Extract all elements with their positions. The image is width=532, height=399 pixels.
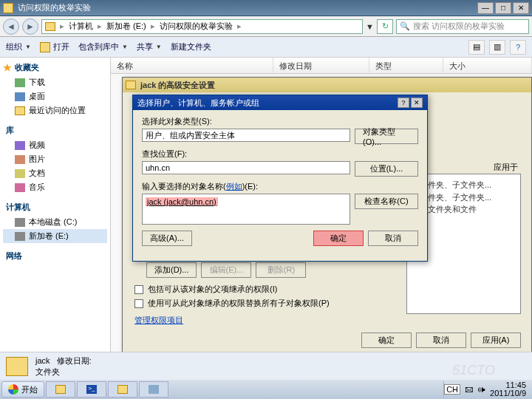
- nav-local-disk-c[interactable]: 本地磁盘 (C:): [3, 215, 107, 229]
- window-title: 访问权限的枚举实验: [18, 2, 91, 13]
- navigation-pane: ★收藏夹 下载 桌面 最近访问的位置 库 视频 图片 文档 音乐 计算机 本地磁…: [0, 58, 111, 361]
- crumb-computer[interactable]: 计算机: [69, 21, 93, 32]
- delete-button: 删除(R): [256, 262, 306, 278]
- details-pane: jack 修改日期: 文件夹: [0, 352, 532, 380]
- applies-to-header: 应用于: [494, 162, 518, 173]
- video-icon: [15, 141, 25, 150]
- taskbar-folder[interactable]: [108, 381, 137, 398]
- nav-volume-e[interactable]: 新加卷 (E:): [3, 229, 107, 243]
- organize-menu[interactable]: 组织▼: [6, 41, 31, 52]
- apply-button[interactable]: 应用(A): [471, 332, 521, 348]
- taskbar-explorer[interactable]: [46, 381, 75, 398]
- tray-icon[interactable]: 🖂: [465, 385, 473, 394]
- cancel-button[interactable]: 取消: [368, 231, 418, 246]
- crumb-folder[interactable]: 访问权限的枚举实验: [160, 21, 233, 32]
- object-type-label: 选择此对象类型(S):: [142, 116, 418, 127]
- nav-recent[interactable]: 最近访问的位置: [3, 103, 107, 117]
- disk-icon: [15, 218, 25, 227]
- help-button[interactable]: ?: [398, 98, 409, 108]
- location-field: uhn.cn: [142, 161, 350, 174]
- checkbox[interactable]: [134, 299, 143, 308]
- nav-downloads[interactable]: 下载: [3, 75, 107, 89]
- inherit-checkbox-row[interactable]: 包括可从该对象的父项继承的权限(I): [134, 284, 521, 295]
- new-folder-button[interactable]: 新建文件夹: [171, 41, 211, 52]
- close-button[interactable]: ✕: [513, 2, 529, 14]
- explorer-toolbar: 组织▼ 打开 包含到库中▼ 共享▼ 新建文件夹 ▤ ▥ ?: [0, 37, 532, 58]
- selected-item-type: 文件夹: [35, 366, 92, 378]
- manage-permissions-link[interactable]: 管理权限项目: [134, 316, 183, 324]
- window-titlebar: 访问权限的枚举实验 — □ ✕: [0, 0, 532, 16]
- col-name[interactable]: 名称: [111, 58, 273, 73]
- download-icon: [15, 78, 25, 87]
- location-label: 查找位置(F):: [142, 149, 418, 160]
- nav-pictures[interactable]: 图片: [3, 152, 107, 166]
- computer-header[interactable]: 计算机: [3, 202, 107, 213]
- select-user-dialog: 选择用户、计算机、服务帐户或组 ? ✕ 选择此对象类型(S): 用户、组或内置安…: [132, 95, 428, 262]
- locations-button[interactable]: 位置(L)...: [355, 161, 418, 177]
- back-button[interactable]: ◄: [3, 18, 19, 35]
- crumb-drive[interactable]: 新加卷 (E:): [106, 21, 146, 32]
- folder-icon: [40, 42, 50, 52]
- clock[interactable]: 11:45 2011/10/9: [490, 381, 526, 398]
- close-button[interactable]: ✕: [411, 98, 423, 108]
- replace-checkbox-row[interactable]: 使用可从此对象继承的权限替换所有子对象权限(P): [134, 298, 521, 309]
- edit-button: 编辑(E)...: [201, 262, 251, 278]
- desktop-icon: [15, 92, 25, 101]
- advanced-button[interactable]: 高级(A)...: [142, 231, 192, 246]
- folder-icon: [3, 3, 13, 13]
- share-menu[interactable]: 共享▼: [137, 41, 162, 52]
- document-icon: [15, 169, 25, 178]
- check-names-button[interactable]: 检查名称(C): [355, 194, 418, 209]
- object-types-button[interactable]: 对象类型(O)...: [355, 129, 418, 144]
- nav-documents[interactable]: 文档: [3, 166, 107, 180]
- help-button[interactable]: ?: [510, 40, 526, 55]
- maximize-button[interactable]: □: [495, 2, 511, 14]
- object-name-input[interactable]: jack (jack@uhn.cn): [142, 194, 350, 225]
- search-icon: 🔍: [400, 21, 410, 31]
- dialog-titlebar: 选择用户、计算机、服务帐户或组 ? ✕: [133, 95, 427, 110]
- view-button[interactable]: ▤: [468, 40, 485, 55]
- open-button[interactable]: 打开: [40, 41, 69, 52]
- taskbar: 开始 >_ CH 🖂 🕪 11:45 2011/10/9: [0, 380, 532, 399]
- music-icon: [15, 183, 25, 192]
- folder-icon: [126, 81, 136, 89]
- ok-button[interactable]: 确定: [361, 332, 412, 348]
- include-library-menu[interactable]: 包含到库中▼: [78, 41, 128, 52]
- preview-button[interactable]: ▥: [489, 40, 505, 55]
- star-icon: ★: [3, 62, 12, 73]
- nav-desktop[interactable]: 桌面: [3, 89, 107, 103]
- refresh-button[interactable]: ↻: [377, 19, 393, 34]
- examples-link[interactable]: 例如: [226, 182, 242, 191]
- network-header[interactable]: 网络: [3, 250, 107, 262]
- start-button[interactable]: 开始: [1, 381, 44, 398]
- col-type[interactable]: 类型: [369, 58, 443, 73]
- nav-videos[interactable]: 视频: [3, 138, 107, 152]
- ok-button[interactable]: 确定: [313, 231, 364, 246]
- folder-icon: [45, 22, 55, 31]
- minimize-button[interactable]: —: [477, 2, 494, 14]
- favorites-header[interactable]: ★收藏夹: [3, 62, 107, 73]
- col-date[interactable]: 修改日期: [273, 58, 369, 73]
- address-bar: ◄ ► ▸ 计算机 ▸ 新加卷 (E:) ▸ 访问权限的枚举实验 ▸ ▼ ↻ 🔍…: [0, 16, 532, 37]
- add-button[interactable]: 添加(D)...: [146, 262, 197, 278]
- dialog-titlebar: jack 的高级安全设置: [123, 78, 531, 92]
- object-name-label: 输入要选择的对象名称(例如)(E):: [142, 181, 418, 192]
- tray-icon[interactable]: 🕪: [477, 385, 485, 394]
- checkbox[interactable]: [134, 285, 143, 294]
- nav-music[interactable]: 音乐: [3, 180, 107, 194]
- cancel-button[interactable]: 取消: [416, 332, 466, 348]
- disk-icon: [15, 232, 25, 241]
- picture-icon: [15, 155, 25, 164]
- breadcrumb[interactable]: ▸ 计算机 ▸ 新加卷 (E:) ▸ 访问权限的枚举实验 ▸: [41, 19, 363, 34]
- recent-icon: [15, 106, 25, 115]
- folder-icon: [6, 357, 28, 376]
- search-input[interactable]: 🔍 搜索 访问权限的枚举实验: [396, 19, 529, 34]
- ime-indicator[interactable]: CH: [444, 384, 460, 395]
- selected-item-name: jack: [35, 356, 50, 365]
- libraries-header[interactable]: 库: [3, 125, 107, 136]
- forward-button[interactable]: ►: [22, 18, 38, 35]
- taskbar-app[interactable]: [139, 381, 168, 398]
- taskbar-powershell[interactable]: >_: [77, 381, 106, 398]
- col-size[interactable]: 大小: [443, 58, 532, 73]
- system-tray: CH 🖂 🕪 11:45 2011/10/9: [443, 381, 531, 398]
